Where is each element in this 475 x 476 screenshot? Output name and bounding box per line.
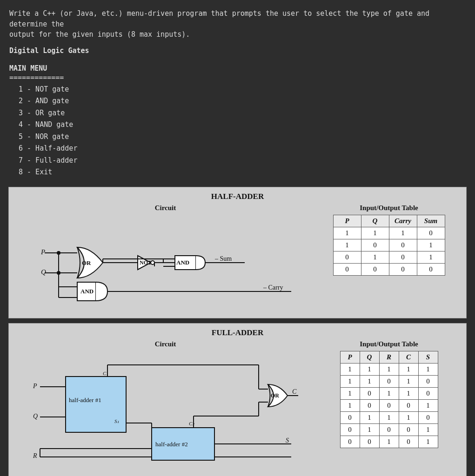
svg-text:S: S bbox=[286, 437, 289, 444]
table-row: 10110 bbox=[340, 387, 438, 399]
svg-rect-46 bbox=[66, 377, 126, 432]
table-row: 00101 bbox=[340, 436, 438, 448]
half-adder-table-area: Input/Output Table P Q Carry Sum 1110100… bbox=[319, 204, 459, 276]
svg-text:half-adder #1: half-adder #1 bbox=[69, 397, 101, 403]
svg-text:Q: Q bbox=[33, 413, 38, 420]
svg-text:OR: OR bbox=[82, 259, 91, 266]
menu-item-3: 3 - OR gate bbox=[9, 107, 466, 119]
half-adder-col-sum: Sum bbox=[417, 215, 445, 227]
menu-item-6: 6 - Half-adder bbox=[9, 143, 466, 155]
svg-text:NOT: NOT bbox=[140, 259, 152, 266]
half-adder-table-label: Input/Output Table bbox=[319, 204, 459, 212]
half-adder-circuit-svg: P Q OR bbox=[31, 215, 301, 312]
full-adder-circuit-label: Circuit bbox=[16, 340, 314, 348]
menu-separator: ============= bbox=[9, 73, 466, 82]
menu-item-1: 1 - NOT gate bbox=[9, 84, 466, 96]
half-adder-section: HALF-ADDER Circuit P Q bbox=[8, 187, 467, 318]
menu-title: MAIN MENU bbox=[9, 64, 466, 73]
half-adder-title: HALF-ADDER bbox=[16, 192, 459, 201]
table-row: 10001 bbox=[340, 399, 438, 411]
svg-text:– Sum: – Sum bbox=[214, 255, 232, 262]
svg-text:OR: OR bbox=[271, 392, 279, 399]
svg-text:R: R bbox=[33, 452, 37, 459]
half-adder-col-carry: Carry bbox=[389, 215, 417, 227]
full-adder-col-q: Q bbox=[360, 351, 379, 363]
table-row: 1110 bbox=[333, 227, 445, 239]
full-adder-circuit: Circuit P Q R half-adder #1 bbox=[16, 340, 314, 472]
full-adder-col-r: R bbox=[379, 351, 399, 363]
menu-item-4: 4 - NAND gate bbox=[9, 119, 466, 131]
svg-text:P: P bbox=[33, 383, 37, 390]
svg-text:AND: AND bbox=[176, 259, 189, 266]
full-adder-circuit-svg: P Q R half-adder #1 C₁ S₁ bbox=[31, 351, 301, 472]
svg-text:Q: Q bbox=[41, 268, 46, 276]
intro-section: Write a C++ (or Java, etc.) menu-driven … bbox=[0, 0, 475, 45]
table-row: 11010 bbox=[340, 375, 438, 387]
menu-item-2: 2 - AND gate bbox=[9, 95, 466, 107]
table-row: 1001 bbox=[333, 239, 445, 251]
svg-text:half-adder #2: half-adder #2 bbox=[155, 441, 188, 448]
svg-text:– Carry: – Carry bbox=[263, 284, 283, 291]
subtitle: Digital Logic Gates bbox=[9, 46, 466, 55]
full-adder-io-table: P Q R C S 111111101010110100010111001001… bbox=[340, 351, 438, 448]
table-row: 11111 bbox=[340, 363, 438, 375]
svg-text:AND: AND bbox=[80, 288, 94, 295]
svg-text:P: P bbox=[40, 248, 45, 256]
full-adder-table-label: Input/Output Table bbox=[319, 340, 459, 348]
table-row: 01110 bbox=[340, 411, 438, 423]
half-adder-circuit: Circuit P Q bbox=[16, 204, 314, 312]
full-adder-table-area: Input/Output Table P Q R C S 11111110101… bbox=[319, 340, 459, 448]
svg-text:S₁: S₁ bbox=[114, 418, 119, 424]
svg-text:C: C bbox=[292, 388, 297, 395]
full-adder-col-s: S bbox=[418, 351, 438, 363]
intro-line1: Write a C++ (or Java, etc.) menu-driven … bbox=[9, 8, 466, 29]
half-adder-col-q: Q bbox=[361, 215, 389, 227]
menu-item-7: 7 - Full-adder bbox=[9, 155, 466, 167]
intro-line2: output for the given inputs (8 max input… bbox=[9, 29, 466, 40]
full-adder-col-p: P bbox=[340, 351, 360, 363]
full-adder-title: FULL-ADDER bbox=[16, 328, 459, 337]
full-adder-section: FULL-ADDER Circuit P Q R half- bbox=[8, 323, 467, 476]
half-adder-col-p: P bbox=[333, 215, 361, 227]
half-adder-circuit-label: Circuit bbox=[16, 204, 314, 212]
full-adder-col-c: C bbox=[399, 351, 418, 363]
table-row: 0000 bbox=[333, 263, 445, 275]
table-row: 01001 bbox=[340, 423, 438, 436]
menu-item-8: 8 - Exit bbox=[9, 166, 466, 178]
half-adder-io-table: P Q Carry Sum 1110100101010000 bbox=[333, 215, 445, 276]
table-row: 0101 bbox=[333, 251, 445, 263]
menu-section: Digital Logic Gates MAIN MENU ==========… bbox=[0, 45, 475, 184]
menu-item-5: 5 - NOR gate bbox=[9, 131, 466, 143]
